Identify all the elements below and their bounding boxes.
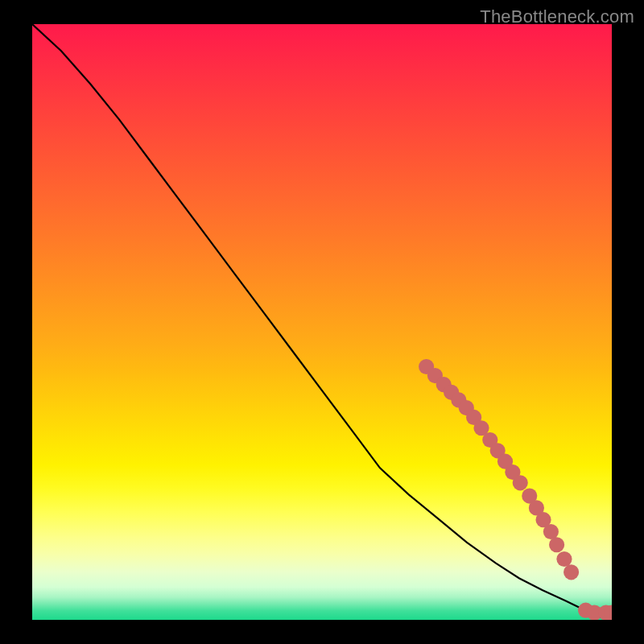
plot-svg (32, 24, 612, 620)
data-marker (549, 537, 564, 552)
data-marker (564, 564, 579, 580)
gradient-background (32, 24, 612, 620)
data-marker (543, 524, 559, 539)
data-marker (556, 551, 572, 567)
data-marker (513, 475, 528, 490)
chart-container: TheBottleneck.com (0, 0, 644, 644)
plot-area (32, 24, 612, 620)
